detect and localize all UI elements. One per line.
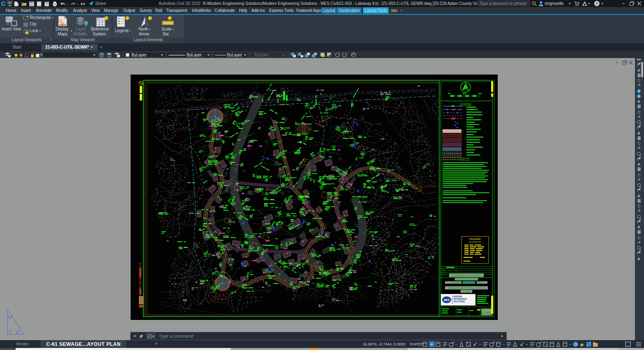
svg-text:?: ? [596,2,598,6]
svg-text:PLAN: PLAN [463,290,470,293]
svg-text:MODERN: MODERN [454,296,462,298]
svg-text:SEWAGE DISPOSAL LAYOUT: SEWAGE DISPOSAL LAYOUT [448,287,485,289]
svg-text:WHITETAIL HILLS OF: WHITETAIL HILLS OF [456,278,477,280]
svg-text:LEGEND: LEGEND [460,103,472,105]
svg-text:ENGINEERING: ENGINEERING [454,298,467,300]
svg-text:MES: MES [444,299,450,301]
svg-text:LAKEWAY ESTATES: LAKEWAY ESTATES [452,274,481,278]
svg-text:NOTE: NOTE [461,157,470,160]
svg-text:C-61: C-61 [483,311,490,315]
svg-text:SOLUTIONS: SOLUTIONS [454,301,465,303]
svg-text:LAKEWAY ADAM COUNTY, UTAH: LAKEWAY ADAM COUNTY, UTAH [451,281,482,284]
svg-text:-FOR REVIEW ONLY-: -FOR REVIEW ONLY- [468,241,482,243]
svg-text:3D: 3D [8,1,12,4]
svg-text:PRELIMINARY: PRELIMINARY [469,238,481,240]
svg-text:C: C [1,0,6,7]
